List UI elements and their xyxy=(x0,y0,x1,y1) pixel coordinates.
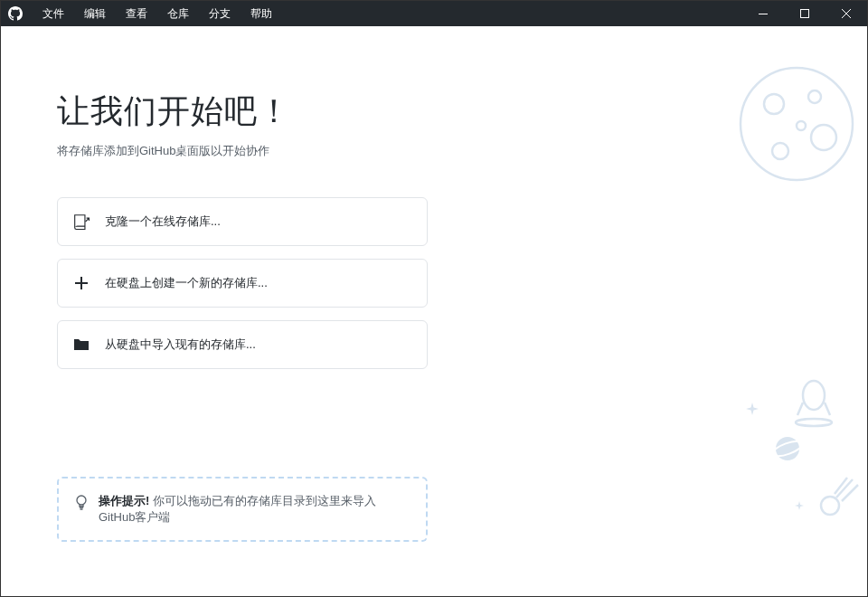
svg-point-6 xyxy=(811,125,836,150)
menu-branch[interactable]: 分支 xyxy=(200,3,240,25)
svg-point-10 xyxy=(796,419,832,426)
svg-rect-0 xyxy=(759,14,768,14)
option-label: 从硬盘中导入现有的存储库... xyxy=(105,336,256,353)
titlebar: 文件 编辑 查看 仓库 分支 帮助 xyxy=(1,1,867,26)
lightbulb-icon xyxy=(75,495,88,514)
menu-repository[interactable]: 仓库 xyxy=(158,3,198,25)
svg-point-7 xyxy=(772,143,788,159)
create-repository-option[interactable]: 在硬盘上创建一个新的存储库... xyxy=(57,259,428,308)
comet-illustration-icon xyxy=(816,474,862,519)
planet-illustration-icon xyxy=(771,432,804,465)
close-button[interactable] xyxy=(826,1,867,26)
minimize-button[interactable] xyxy=(742,1,784,26)
tip-box: 操作提示! 你可以拖动已有的存储库目录到这里来导入GitHub客户端 xyxy=(57,477,428,542)
welcome-content: 让我们开始吧！ 将存储库添加到GitHub桌面版以开始协作 克隆一个在线存储库.… xyxy=(1,26,867,596)
tip-label: 操作提示! xyxy=(99,494,149,507)
folder-icon xyxy=(72,336,90,354)
svg-rect-1 xyxy=(801,10,809,18)
svg-point-2 xyxy=(77,496,86,505)
tip-text: 操作提示! 你可以拖动已有的存储库目录到这里来导入GitHub客户端 xyxy=(99,493,410,526)
svg-point-13 xyxy=(821,497,839,515)
svg-point-4 xyxy=(764,94,784,114)
menu-file[interactable]: 文件 xyxy=(33,3,73,25)
svg-point-9 xyxy=(803,381,825,410)
menu-view[interactable]: 查看 xyxy=(117,3,156,25)
clone-icon xyxy=(72,213,90,231)
menu-help[interactable]: 帮助 xyxy=(241,3,281,25)
option-label: 在硬盘上创建一个新的存储库... xyxy=(105,275,268,291)
star-icon xyxy=(795,501,804,510)
svg-point-8 xyxy=(797,121,806,130)
svg-point-5 xyxy=(808,90,821,103)
rocket-illustration-icon xyxy=(792,379,835,433)
clone-repository-option[interactable]: 克隆一个在线存储库... xyxy=(57,197,428,246)
add-repository-option[interactable]: 从硬盘中导入现有的存储库... xyxy=(57,320,428,369)
menu-edit[interactable]: 编辑 xyxy=(75,3,115,25)
maximize-button[interactable] xyxy=(784,1,826,26)
plus-icon xyxy=(72,274,90,292)
github-logo-icon xyxy=(8,6,23,21)
moon-illustration-icon xyxy=(724,61,860,196)
menu-bar: 文件 编辑 查看 仓库 分支 帮助 xyxy=(33,3,281,25)
star-icon xyxy=(746,403,759,415)
window-controls xyxy=(742,1,867,26)
option-label: 克隆一个在线存储库... xyxy=(105,213,221,230)
